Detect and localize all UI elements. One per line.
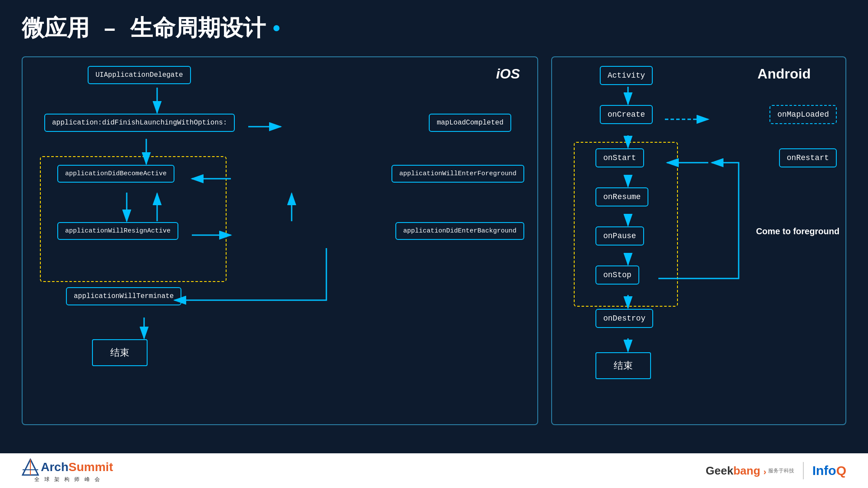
node-app-did-finish: application:didFinishLaunchingWithOption… xyxy=(44,114,235,132)
node-on-resume: onResume xyxy=(595,187,648,206)
node-map-load-completed: mapLoadCompleted xyxy=(429,114,511,132)
node-app-will-enter-foreground: applicationWillEnterForeground xyxy=(391,165,524,183)
archsummit-logo: ArchSummit 全 球 架 构 师 峰 会 xyxy=(22,459,113,483)
main-content: iOS UIApplicationDelegate application:di… xyxy=(0,52,868,429)
archsummit-subtitle: 全 球 架 构 师 峰 会 xyxy=(34,476,101,483)
node-on-destroy: onDestroy xyxy=(595,309,653,328)
node-app-did-enter-background: applicationDidEnterBackground xyxy=(395,222,524,240)
right-logos: Geekbang › 服务于科技 InfoQ xyxy=(706,462,846,479)
page-title: 微应用 – 生命周期设计 xyxy=(0,0,868,52)
node-app-will-terminate: applicationWillTerminate xyxy=(66,287,181,305)
node-app-will-resign-active: applicationWillResignActive xyxy=(57,222,178,240)
node-on-pause: onPause xyxy=(595,226,644,246)
footer-divider xyxy=(803,462,804,479)
android-panel: Android Activity onCreate onMapLoaded on… xyxy=(551,56,846,425)
ios-label: iOS xyxy=(496,66,520,82)
node-on-map-loaded: onMapLoaded xyxy=(769,105,837,124)
come-to-foreground-label: Come to foreground xyxy=(754,226,841,236)
node-end-android: 结束 xyxy=(595,352,651,379)
android-label: Android xyxy=(757,66,811,82)
archsummit-text: ArchSummit xyxy=(41,460,113,474)
ios-panel: iOS UIApplicationDelegate application:di… xyxy=(22,56,538,425)
node-ui-app-delegate: UIApplicationDelegate xyxy=(88,66,191,84)
node-on-stop: onStop xyxy=(595,265,639,285)
title-dot xyxy=(273,25,279,31)
node-on-create: onCreate xyxy=(600,105,653,124)
node-end-ios: 结束 xyxy=(92,339,148,366)
node-on-start: onStart xyxy=(595,148,644,167)
node-app-did-become-active: applicationDidBecomeActive xyxy=(57,165,174,183)
node-on-restart: onRestart xyxy=(779,148,837,167)
footer: ArchSummit 全 球 架 构 师 峰 会 Geekbang › 服务于科… xyxy=(0,453,868,488)
infoq-logo: InfoQ xyxy=(812,463,846,478)
geekbang-logo: Geekbang › 服务于科技 xyxy=(706,464,794,478)
node-activity: Activity xyxy=(600,66,653,85)
archsummit-icon xyxy=(22,459,39,476)
